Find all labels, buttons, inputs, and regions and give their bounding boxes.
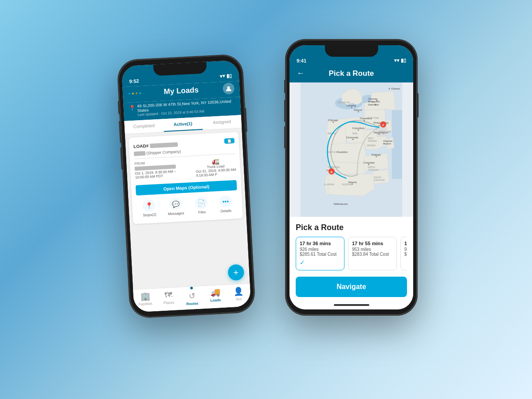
- phones-container: 9:52 ▾▾ ▮▯ My Loads: [111, 22, 421, 377]
- svg-text:Charlotte: Charlotte: [364, 161, 375, 164]
- nav-places[interactable]: 🗺 Places: [156, 287, 181, 308]
- svg-text:B: B: [330, 170, 332, 173]
- nav-routes[interactable]: ↺ Routes: [180, 286, 204, 306]
- truck-icon: 🚛: [211, 157, 219, 165]
- svg-point-33: [332, 121, 334, 123]
- svg-text:MARYLAND: MARYLAND: [379, 131, 391, 133]
- tab-completed[interactable]: Completed: [124, 119, 164, 134]
- svg-point-51: [352, 184, 353, 185]
- files-action[interactable]: 📄 Files: [195, 196, 208, 215]
- load-badge: 📋: [224, 138, 235, 144]
- open-maps-button[interactable]: Open Maps (Optional): [136, 180, 237, 196]
- svg-text:WEST: WEST: [368, 137, 374, 140]
- active-dot: [190, 287, 193, 289]
- notch-right: [325, 45, 378, 57]
- nav-loads[interactable]: 🚚 Loads: [203, 285, 227, 305]
- svg-text:VIRGINIA: VIRGINIA: [367, 145, 376, 147]
- svg-text:KENTUCKY: KENTUCKY: [328, 151, 340, 153]
- svg-text:Lansing: Lansing: [346, 104, 356, 107]
- svg-text:A: A: [382, 123, 384, 126]
- map-icon: 🗺: [164, 290, 172, 300]
- svg-text:Cincinnati: Cincinnati: [346, 136, 358, 139]
- account-icon: 👤: [234, 286, 244, 297]
- account-label: Acc: [236, 297, 242, 301]
- wifi-icon-right: ▾▾: [394, 58, 399, 63]
- phone-right: 9:41 ▾▾ ▮▯ ← Pick a Route: [286, 40, 417, 315]
- facilities-label: Facilities: [138, 301, 153, 306]
- myloads-screen: 9:52 ▾▾ ▮▯ My Loads: [121, 60, 251, 312]
- svg-text:Tallahassee: Tallahassee: [333, 202, 348, 205]
- routes-label: Routes: [186, 301, 199, 306]
- home-indicator: [289, 297, 413, 309]
- nav-account[interactable]: 👤 Acc: [227, 284, 251, 304]
- time-left: 9:52: [129, 78, 139, 84]
- svg-text:CAROLINA: CAROLINA: [368, 169, 379, 171]
- stops-action[interactable]: 📍 Stops(2): [142, 199, 156, 218]
- svg-point-37: [358, 129, 359, 131]
- time-right: 9:41: [297, 58, 306, 63]
- battery-icon-right: ▮▯: [401, 58, 406, 63]
- svg-point-29: [358, 111, 359, 112]
- battery-icon-left: ▮▯: [227, 73, 232, 79]
- navigate-button[interactable]: Navigate: [296, 277, 407, 297]
- route-time-2: 17 hr 55 mins: [352, 241, 393, 246]
- truck-nav-icon: 🚚: [210, 287, 220, 297]
- svg-text:NEW YORK: NEW YORK: [368, 117, 379, 119]
- svg-text:ALABAMA: ALABAMA: [324, 184, 335, 186]
- bottom-nav-left: 🏢 Facilities 🗺 Places ↺ Routes 🚚 L: [133, 283, 251, 313]
- svg-point-41: [378, 125, 379, 126]
- volume-up-right: [284, 100, 286, 122]
- route-option-1[interactable]: 17 hr 36 mins 926 miles $285.61 Total Co…: [296, 237, 344, 270]
- action-row: 📍 Stops(2) 💬 Messages 📄 Files •••: [136, 193, 238, 219]
- svg-text:Detroit: Detroit: [354, 108, 362, 111]
- details-label: Details: [220, 209, 231, 213]
- svg-text:MICHIGAN: MICHIGAN: [338, 101, 350, 104]
- details-action[interactable]: ••• Details: [219, 195, 232, 213]
- screen-right: 9:41 ▾▾ ▮▯ ← Pick a Route: [289, 45, 413, 309]
- svg-point-35: [364, 120, 365, 121]
- svg-text:CAROLINA: CAROLINA: [374, 179, 385, 181]
- pick-route-title: Pick a Route: [296, 223, 407, 232]
- status-icons-right: ▾▾ ▮▯: [394, 58, 406, 63]
- svg-text:Raleigh: Raleigh: [372, 153, 381, 156]
- svg-text:TENNESSEE: TENNESSEE: [328, 166, 340, 168]
- tab-active[interactable]: Active(1): [163, 117, 203, 132]
- wifi-icon-left: ▾▾: [220, 73, 226, 79]
- logo-star-yellow: [132, 92, 134, 95]
- messages-action[interactable]: 💬 Messages: [167, 197, 184, 216]
- svg-text:Hamilton: Hamilton: [368, 103, 379, 106]
- route-option-3[interactable]: 18 hr 967 m $294.8: [400, 237, 407, 270]
- power-button: [244, 108, 247, 132]
- mute-button-right: [284, 80, 286, 93]
- logo-star-blue: [128, 92, 131, 95]
- back-button[interactable]: ←: [297, 69, 305, 78]
- map-svg: Ottawa Toronto Brampton Hamilton Detroit: [289, 82, 413, 217]
- avatar-icon[interactable]: [223, 82, 235, 94]
- volume-down-button: [120, 147, 123, 169]
- mute-button: [118, 101, 121, 114]
- status-icons-left: ▾▾ ▮▯: [220, 73, 232, 79]
- loads-label: Loads: [210, 298, 221, 302]
- load-number-label: LOAD#: [133, 143, 150, 149]
- tab-assigned[interactable]: Assigned: [202, 115, 242, 130]
- logo-star-teal: [139, 92, 141, 94]
- svg-point-39: [352, 139, 353, 140]
- myloads-title: My Loads: [164, 86, 199, 96]
- route-option-2[interactable]: 17 hr 55 mins 953 miles $283.84 Total Co…: [348, 237, 397, 270]
- selected-check-icon: ✓: [300, 259, 305, 266]
- phone-left: 9:52 ▾▾ ▮▯ My Loads: [117, 55, 255, 318]
- svg-text:Beach: Beach: [383, 142, 391, 145]
- svg-text:Chicago: Chicago: [328, 118, 338, 121]
- messages-label: Messages: [168, 211, 184, 216]
- routes-icon: ↺: [188, 291, 196, 301]
- home-bar: [334, 304, 369, 306]
- route-time-1: 17 hr 36 mins: [300, 241, 340, 246]
- nav-facilities[interactable]: 🏢 Facilities: [133, 289, 157, 309]
- route-map[interactable]: Ottawa Toronto Brampton Hamilton Detroit: [289, 82, 413, 217]
- stops-label: Stops(2): [143, 213, 156, 218]
- location-pin-icon: 📍: [129, 105, 136, 111]
- route-cost-2: $283.84 Total Cost: [352, 252, 393, 257]
- fab-button[interactable]: +: [227, 264, 244, 281]
- message-icon: 💬: [169, 198, 182, 211]
- places-label: Places: [164, 300, 174, 305]
